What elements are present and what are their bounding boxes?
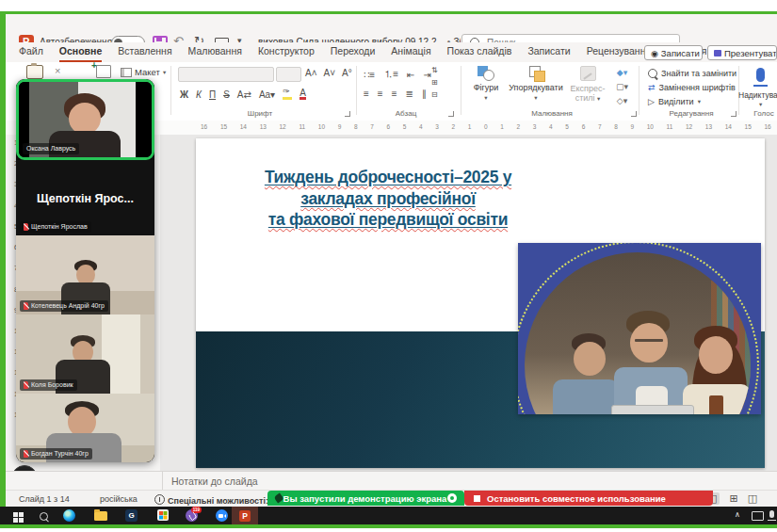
shape-effects-icon[interactable]: ◇▾ bbox=[617, 96, 627, 105]
ribbon-tab[interactable]: Конструктор bbox=[258, 42, 315, 62]
shrink-font-icon[interactable]: A˅ bbox=[324, 68, 336, 78]
bold-button[interactable]: Ж bbox=[180, 89, 188, 100]
edge-browser-icon[interactable] bbox=[63, 509, 75, 522]
present-in-teams-button[interactable]: Презентувати в Т bbox=[707, 45, 777, 60]
microsoft-store-icon[interactable] bbox=[157, 509, 169, 521]
drawing-dialog-launcher-icon[interactable] bbox=[631, 111, 637, 117]
shapes-button[interactable]: Фігури▾ bbox=[469, 66, 503, 102]
cut-icon[interactable]: × bbox=[55, 65, 60, 76]
ribbon-tab[interactable]: Показ слайдів bbox=[447, 42, 512, 62]
participant-tile[interactable]: Коля Боровик bbox=[16, 314, 154, 394]
align-left-icon[interactable]: ≡ bbox=[364, 89, 369, 99]
clear-formatting-icon[interactable]: A° bbox=[342, 68, 352, 78]
replace-fonts-button[interactable]: ⇄Замінення шрифтів bbox=[648, 83, 736, 92]
mic-muted-icon bbox=[24, 223, 28, 231]
numbering-icon[interactable]: ⒈≡ bbox=[383, 68, 398, 81]
zoom-app-icon[interactable] bbox=[216, 509, 228, 522]
align-right-icon[interactable]: ≡ bbox=[392, 89, 397, 99]
ribbon-tab[interactable]: Малювання bbox=[188, 42, 242, 62]
bullets-icon[interactable]: ∷≡ bbox=[364, 70, 375, 80]
new-slide-icon[interactable] bbox=[96, 65, 111, 78]
participant-tile[interactable]: Щепоткін Ярос... Щепоткін Ярослав bbox=[16, 160, 154, 235]
select-button[interactable]: ▷Виділити ▾ bbox=[648, 97, 701, 106]
participant-tile[interactable]: Богдан Турчін 40гр bbox=[16, 394, 154, 462]
ribbon-tab[interactable]: Записати bbox=[527, 42, 570, 62]
align-text-icon[interactable]: ⊞ bbox=[431, 78, 438, 87]
ribbon-tab[interactable]: Вставлення bbox=[118, 42, 171, 62]
ruler-number: 1 bbox=[468, 123, 472, 130]
ribbon-tab[interactable]: Файл bbox=[19, 42, 43, 62]
ruler-number: 11 bbox=[667, 123, 673, 130]
teams-icon bbox=[714, 50, 721, 56]
record-icon: ◉ bbox=[651, 49, 658, 58]
participant-center-name: Щепоткін Ярос... bbox=[16, 192, 154, 205]
increase-indent-icon[interactable]: ⇥ bbox=[423, 70, 430, 80]
paste-icon[interactable] bbox=[26, 65, 43, 79]
record-button[interactable]: ◉Записати bbox=[644, 45, 703, 60]
highlight-color-icon[interactable]: ✑ bbox=[283, 89, 292, 100]
dictate-microphone-icon[interactable] bbox=[756, 68, 765, 82]
ribbon-tab[interactable]: Анімація bbox=[391, 42, 430, 62]
arrange-button[interactable]: Упорядкувати▾ bbox=[508, 66, 564, 102]
ribbon-tab[interactable]: Основне bbox=[59, 42, 102, 62]
quick-styles-icon bbox=[580, 66, 596, 81]
font-name-combo[interactable] bbox=[178, 67, 274, 82]
shape-fill-icon[interactable]: ◆▾ bbox=[617, 68, 627, 77]
title-line: Тиждень доброчесності–2025 у bbox=[203, 167, 573, 188]
tray-microphone-icon[interactable] bbox=[769, 510, 774, 518]
font-size-combo[interactable] bbox=[276, 67, 301, 82]
screenshare-banner[interactable]: Вы запустили демонстрацию экрана bbox=[267, 491, 464, 506]
language-indicator[interactable]: російська bbox=[100, 494, 138, 504]
italic-button[interactable]: К bbox=[196, 89, 202, 100]
ribbon-tab[interactable]: Переходи bbox=[331, 42, 376, 62]
voice-group-label: Голос bbox=[731, 109, 777, 118]
chevron-down-icon: ▾ bbox=[597, 95, 600, 102]
dictate-label[interactable]: Надиктувати bbox=[738, 90, 777, 100]
participant-tile-active-speaker[interactable]: Оксана Лаврусь bbox=[16, 79, 154, 160]
strikethrough-button[interactable]: S bbox=[223, 89, 230, 100]
start-button-icon[interactable] bbox=[13, 512, 18, 517]
grow-font-icon[interactable]: A˄ bbox=[305, 68, 317, 78]
slide-photo-square[interactable] bbox=[518, 243, 761, 414]
change-case-icon[interactable]: Aa▾ bbox=[259, 89, 275, 100]
viber-icon[interactable]: 119 bbox=[186, 509, 198, 522]
paragraph-dialog-launcher-icon[interactable] bbox=[448, 111, 454, 117]
font-dialog-launcher-icon[interactable] bbox=[345, 111, 350, 117]
quick-styles-button[interactable]: Експрес- стилі ▾ bbox=[568, 66, 607, 103]
powerpoint-taskbar-button[interactable]: P bbox=[232, 507, 258, 524]
participant-name-label: Богдан Турчін 40гр bbox=[20, 448, 92, 459]
find-replace-button[interactable]: Знайти та замінити bbox=[648, 69, 737, 78]
underline-button[interactable]: П bbox=[209, 89, 216, 100]
ribbon-tab[interactable]: Рецензування bbox=[587, 42, 651, 62]
ruler-number: 8 bbox=[354, 123, 358, 130]
quick-styles-label1: Експрес- bbox=[571, 84, 606, 93]
notes-pane[interactable]: Нотатки до слайда bbox=[6, 471, 777, 491]
stop-icon bbox=[474, 495, 480, 502]
g-app-icon[interactable]: G bbox=[125, 509, 138, 522]
decrease-indent-icon[interactable]: ⇤ bbox=[407, 70, 414, 80]
columns-icon[interactable]: ∥ bbox=[422, 89, 427, 99]
notes-placeholder[interactable]: Нотатки до слайда bbox=[171, 476, 258, 487]
slide-sorter-view-button[interactable]: ⊞ bbox=[729, 492, 737, 505]
shape-outline-icon[interactable]: ▢▾ bbox=[616, 82, 628, 91]
taskbar-search-icon[interactable] bbox=[40, 512, 48, 521]
viber-badge: 119 bbox=[191, 507, 202, 513]
char-spacing-icon[interactable]: A⇄ bbox=[237, 89, 251, 100]
participant-name-label: Котелевець Андрій 40гр bbox=[20, 300, 108, 312]
participant-tile[interactable]: Котелевець Андрій 40гр bbox=[16, 235, 154, 314]
slide-canvas[interactable]: Тиждень доброчесності–2025 у закладах пр… bbox=[196, 138, 765, 468]
reading-view-button[interactable]: ◫ bbox=[748, 492, 757, 505]
tray-expand-icon[interactable]: ∧ bbox=[735, 510, 740, 519]
meeting-participants-panel[interactable]: Оксана Лаврусь Щепоткін Ярос... Щепоткін… bbox=[16, 79, 154, 462]
file-explorer-icon[interactable] bbox=[94, 511, 107, 521]
stop-share-button[interactable]: Остановить совместное использование bbox=[464, 491, 713, 506]
justify-icon[interactable]: ≣ bbox=[406, 89, 413, 99]
slide-title[interactable]: Тиждень доброчесності–2025 у закладах пр… bbox=[203, 167, 573, 231]
ruler-number: 1 bbox=[500, 123, 504, 130]
text-direction-icon[interactable]: ⇅ bbox=[431, 66, 438, 74]
tray-display-icon[interactable] bbox=[752, 511, 764, 521]
align-center-icon[interactable]: ≡ bbox=[378, 89, 383, 99]
smartart-icon[interactable]: ⊟ bbox=[431, 90, 438, 99]
layout-button[interactable]: Макет▾ bbox=[121, 67, 166, 77]
font-color-icon[interactable]: A bbox=[299, 89, 306, 100]
